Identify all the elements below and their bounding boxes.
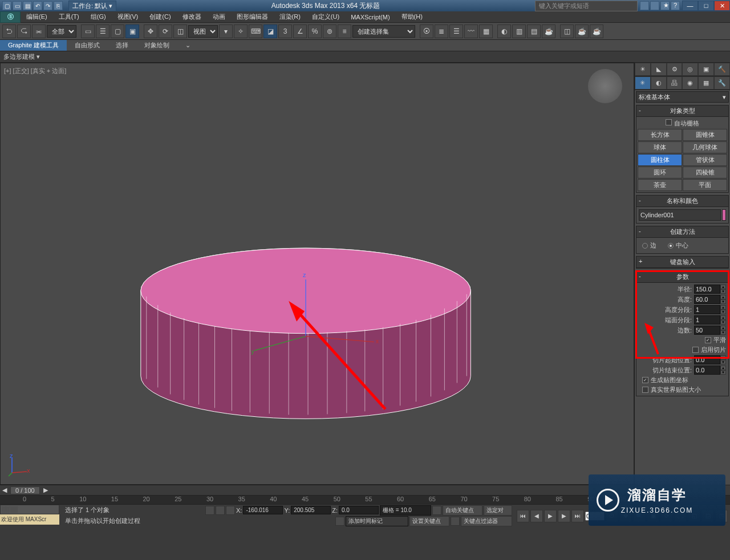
qat-save-icon[interactable]: ▤ bbox=[23, 1, 32, 10]
tag-icon[interactable] bbox=[335, 517, 344, 526]
rollout-head-create[interactable]: -创建方法 bbox=[636, 226, 728, 238]
goto-end-icon[interactable]: ⏭ bbox=[571, 510, 584, 522]
object-color-swatch[interactable] bbox=[722, 209, 726, 221]
qat-undo-icon[interactable]: ↶ bbox=[33, 1, 42, 10]
window-crossing-icon[interactable]: ▣ bbox=[125, 25, 139, 38]
radius-up[interactable]: ▲ bbox=[720, 285, 726, 289]
named-selection-combo[interactable]: 创建选择集 bbox=[352, 25, 415, 38]
keyfilter-button[interactable]: 关键点过滤器 bbox=[461, 516, 512, 526]
menu-views[interactable]: 视图(V) bbox=[112, 11, 144, 22]
menu-animation[interactable]: 动画 bbox=[207, 11, 231, 22]
menu-edit[interactable]: 编辑(E) bbox=[21, 11, 53, 22]
menu-maxscript[interactable]: MAXScript(M) bbox=[345, 13, 395, 22]
rollout-head-params[interactable]: -参数 bbox=[636, 271, 728, 283]
viewport[interactable]: [+] [正交] [真实 + 边面] bbox=[0, 63, 634, 485]
radio-edge[interactable]: 边 bbox=[642, 241, 656, 250]
ribbon-subrow[interactable]: 多边形建模 ▾ bbox=[0, 51, 730, 63]
render-frame-icon[interactable]: ▤ bbox=[527, 25, 541, 38]
schematic-icon[interactable]: ▦ bbox=[479, 25, 493, 38]
menu-rendering[interactable]: 渲染(R) bbox=[274, 11, 306, 22]
redo-icon[interactable]: ⮎ bbox=[17, 25, 31, 38]
cp-sky-icon[interactable]: ◣ bbox=[651, 63, 667, 76]
menu-modifiers[interactable]: 修改器 bbox=[177, 11, 207, 22]
play-icon[interactable]: ▶ bbox=[544, 510, 557, 522]
modify-tab-icon[interactable]: ◐ bbox=[651, 76, 667, 90]
info-key-icon[interactable] bbox=[650, 1, 659, 10]
hierarchy-tab-icon[interactable]: 品 bbox=[667, 76, 683, 90]
snap-3-icon[interactable]: 3 bbox=[278, 25, 292, 38]
close-button[interactable]: ✕ bbox=[714, 1, 730, 11]
selonly-combo[interactable]: 选定对 bbox=[484, 505, 512, 516]
radius-down[interactable]: ▼ bbox=[720, 289, 726, 294]
timeslider-left-icon[interactable]: ◀ bbox=[2, 486, 7, 494]
align-icon[interactable]: ≣ bbox=[435, 25, 448, 38]
tab-selection[interactable]: 选择 bbox=[108, 40, 136, 51]
menu-create[interactable]: 创建(C) bbox=[144, 11, 176, 22]
select-object-icon[interactable]: ▭ bbox=[81, 25, 95, 38]
snap-2d-icon[interactable]: ◪ bbox=[263, 25, 277, 38]
primitive-sphere[interactable]: 球体 bbox=[638, 141, 682, 153]
autogrid-checkbox[interactable]: 自动栅格 bbox=[638, 118, 727, 129]
qat-open-icon[interactable]: ▭ bbox=[13, 1, 22, 10]
render-1-icon[interactable]: ◫ bbox=[560, 25, 574, 38]
heightseg-input[interactable] bbox=[694, 305, 720, 314]
prev-frame-icon[interactable]: ◀ bbox=[530, 510, 543, 522]
menu-customize[interactable]: 自定义(U) bbox=[306, 11, 345, 22]
keyboard-icon[interactable]: ⌨ bbox=[249, 25, 262, 38]
primitive-pyramid[interactable]: 四棱锥 bbox=[683, 167, 727, 178]
capseg-input[interactable] bbox=[694, 315, 720, 324]
render-setup-icon[interactable]: ▥ bbox=[512, 25, 526, 38]
primitive-torus[interactable]: 圆环 bbox=[638, 167, 682, 178]
render-2-icon[interactable]: ☕ bbox=[575, 25, 589, 38]
select-rect-icon[interactable]: ▢ bbox=[111, 25, 124, 38]
lock-icon[interactable] bbox=[205, 506, 214, 515]
minimize-button[interactable]: — bbox=[682, 1, 698, 11]
qat-redo-icon[interactable]: ↷ bbox=[43, 1, 52, 10]
add-time-tag[interactable]: 添加时间标记 bbox=[346, 516, 408, 526]
cp-cam-icon[interactable]: ▣ bbox=[698, 63, 714, 76]
rotate-icon[interactable]: ⟳ bbox=[159, 25, 172, 38]
menu-help[interactable]: 帮助(H) bbox=[396, 11, 428, 22]
cp-hammer-icon[interactable]: 🔨 bbox=[714, 63, 730, 76]
primitive-cone[interactable]: 圆锥体 bbox=[683, 129, 727, 141]
slice-checkbox[interactable] bbox=[692, 347, 699, 353]
goto-start-icon[interactable]: ⏮ bbox=[517, 510, 529, 522]
radius-input[interactable] bbox=[694, 285, 720, 294]
layers-icon[interactable]: ☰ bbox=[449, 25, 463, 38]
maximize-button[interactable]: □ bbox=[698, 1, 714, 11]
rollout-head-objtype[interactable]: -对象类型 bbox=[636, 105, 728, 117]
info-binoculars-icon[interactable] bbox=[640, 1, 649, 10]
select-name-icon[interactable]: ☰ bbox=[96, 25, 110, 38]
link-icon[interactable]: ⫘ bbox=[32, 25, 46, 38]
snap-percent-icon[interactable]: % bbox=[308, 25, 322, 38]
menu-tools[interactable]: 工具(T) bbox=[53, 11, 85, 22]
move-icon[interactable]: ✥ bbox=[144, 25, 157, 38]
curve-editor-icon[interactable]: 〰 bbox=[464, 25, 478, 38]
material-editor-icon[interactable]: ◐ bbox=[497, 25, 511, 38]
coord-y[interactable]: 200.505 bbox=[291, 506, 331, 514]
menu-group[interactable]: 组(G) bbox=[85, 11, 112, 22]
coord-x[interactable]: -160.016 bbox=[243, 506, 283, 514]
realworld-checkbox[interactable] bbox=[642, 387, 648, 393]
render-3-icon[interactable]: ☕ bbox=[590, 25, 603, 38]
cp-video-icon[interactable]: ◎ bbox=[682, 63, 698, 76]
create-tab-icon[interactable]: ✳ bbox=[635, 76, 651, 90]
sliceto-input[interactable] bbox=[694, 366, 720, 375]
snap-angle-icon[interactable]: ∠ bbox=[293, 25, 307, 38]
display-tab-icon[interactable]: ▦ bbox=[698, 76, 714, 90]
tab-freeform[interactable]: 自由形式 bbox=[67, 40, 108, 51]
primitive-plane[interactable]: 平面 bbox=[683, 179, 727, 191]
rollout-head-keyboard[interactable]: +键盘输入 bbox=[636, 257, 728, 268]
qat-new-icon[interactable]: ▢ bbox=[2, 1, 11, 10]
setkey-button[interactable]: 设置关键点 bbox=[409, 516, 449, 526]
lock2-icon[interactable] bbox=[216, 506, 225, 515]
radio-center[interactable]: 中心 bbox=[668, 241, 688, 250]
sides-input[interactable] bbox=[694, 326, 720, 335]
maxscript-mini[interactable]: ░░░░ bbox=[0, 505, 59, 514]
primitive-tube[interactable]: 管状体 bbox=[683, 154, 727, 166]
manip-icon[interactable]: ✧ bbox=[234, 25, 248, 38]
pivot-icon[interactable]: ▾ bbox=[219, 25, 233, 38]
info-help-icon[interactable]: ? bbox=[671, 1, 680, 10]
setkey-icon[interactable] bbox=[451, 517, 460, 526]
cp-fx-icon[interactable]: ⚙ bbox=[667, 63, 683, 76]
